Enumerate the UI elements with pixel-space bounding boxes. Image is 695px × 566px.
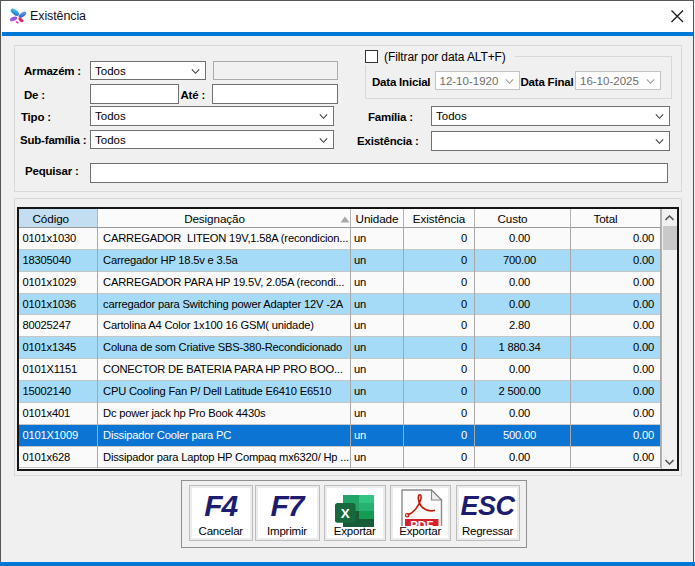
svg-text:X: X bbox=[340, 506, 349, 521]
